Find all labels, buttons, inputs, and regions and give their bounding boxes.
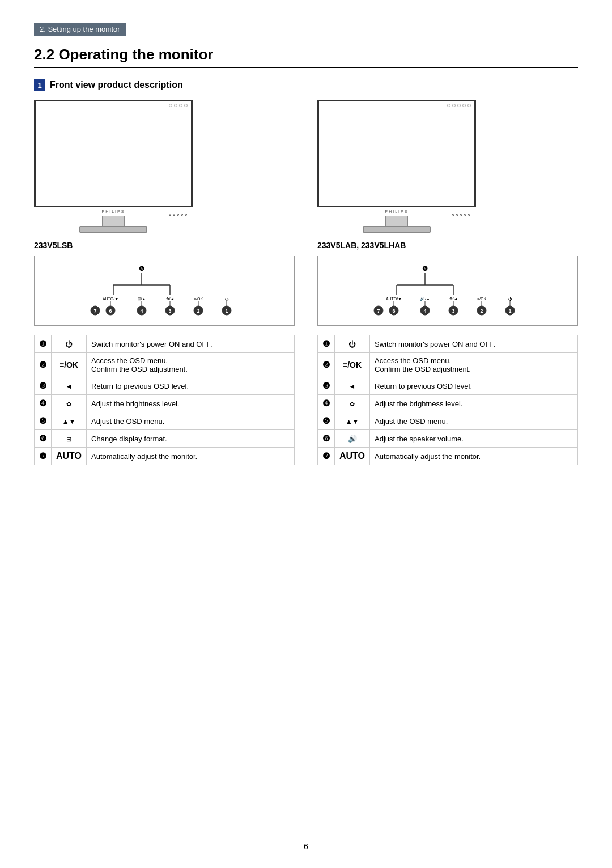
table-row: ❼ AUTO Automatically adjust the monitor.: [35, 448, 295, 465]
svg-text:≡/OK: ≡/OK: [477, 297, 486, 301]
svg-text:❺: ❺: [422, 265, 428, 272]
row-num: ❺: [35, 412, 52, 430]
diagram-svg-left: ❺ AUTO/▼ ⊞/▲ ✿/◄ ≡/OK ⏻: [41, 265, 287, 316]
monitor-screen-right: [317, 100, 476, 207]
svg-text:AUTO/▼: AUTO/▼: [386, 297, 402, 301]
svg-text:3: 3: [168, 308, 171, 314]
table-row: ❹ ✿ Adjust the brightness level.: [35, 395, 295, 412]
right-column: PHILIPS 233V5LAB, 233V5LHAB: [317, 100, 578, 465]
row-desc: Switch monitor's power ON and OFF.: [87, 335, 295, 353]
row-desc: Automatically adjust the monitor.: [370, 448, 578, 465]
row-num: ❹: [35, 395, 52, 412]
row-icon: ⊞: [52, 430, 87, 448]
table-row: ❸ ◄ Return to previous OSD level.: [35, 377, 295, 395]
monitor-neck-left: [102, 216, 125, 226]
subsection-number: 1: [34, 79, 45, 91]
row-icon: ▲▼: [52, 412, 87, 430]
row-icon: AUTO: [335, 448, 370, 465]
svg-text:4: 4: [140, 308, 143, 314]
section-title: 2.2 Operating the monitor: [34, 46, 578, 68]
model-name-right: 233V5LAB, 233V5LHAB: [317, 241, 578, 250]
two-col-layout: PHILIPS 233V5LSB: [34, 100, 578, 465]
page-container: 2. Setting up the monitor 2.2 Operating …: [0, 0, 612, 868]
brand-left: PHILIPS: [34, 210, 193, 214]
svg-text:2: 2: [197, 308, 199, 314]
svg-text:1: 1: [508, 308, 511, 314]
diagram-svg-right: ❺ AUTO/▼ 🔊/▲ ✿/◄ ≡/OK ⏻: [325, 265, 571, 316]
row-desc: Return to previous OSD level.: [370, 377, 578, 395]
svg-text:6: 6: [392, 308, 395, 314]
row-desc: Adjust the OSD menu.: [87, 412, 295, 430]
row-desc: Adjust the brightness level.: [370, 395, 578, 412]
monitor-neck-right: [385, 216, 408, 226]
row-desc: Adjust the speaker volume.: [370, 430, 578, 448]
row-icon: ◄: [335, 377, 370, 395]
table-row: ❷ ≡/OK Access the OSD menu.Confirm the O…: [35, 353, 295, 377]
subsection-text: Front view product description: [50, 80, 183, 90]
row-num: ❼: [35, 448, 52, 465]
desc-table-right: ❶ ⏻ Switch monitor's power ON and OFF. ❷…: [317, 335, 578, 465]
row-icon: 🔊: [335, 430, 370, 448]
svg-text:7: 7: [377, 308, 380, 314]
table-row: ❸ ◄ Return to previous OSD level.: [318, 377, 578, 395]
brand-right: PHILIPS: [317, 210, 476, 214]
table-row: ❹ ✿ Adjust the brightness level.: [318, 395, 578, 412]
model-name-left: 233V5LSB: [34, 241, 295, 250]
svg-text:4: 4: [423, 308, 426, 314]
row-num: ❶: [318, 335, 335, 353]
svg-text:AUTO/▼: AUTO/▼: [103, 297, 118, 301]
breadcrumb: 2. Setting up the monitor: [34, 23, 126, 36]
row-icon: ≡/OK: [52, 353, 87, 377]
table-row: ❻ 🔊 Adjust the speaker volume.: [318, 430, 578, 448]
table-row: ❻ ⊞ Change display format.: [35, 430, 295, 448]
row-num: ❺: [318, 412, 335, 430]
row-desc: Access the OSD menu.Confirm the OSD adju…: [87, 353, 295, 377]
row-desc: Adjust the OSD menu.: [370, 412, 578, 430]
subsection-label: 1 Front view product description: [34, 79, 578, 91]
row-num: ❸: [35, 377, 52, 395]
row-icon: AUTO: [52, 448, 87, 465]
row-icon: ▲▼: [335, 412, 370, 430]
monitor-screen-left: [34, 100, 193, 207]
svg-text:≡/OK: ≡/OK: [194, 297, 203, 301]
table-row: ❶ ⏻ Switch monitor's power ON and OFF.: [35, 335, 295, 353]
row-num: ❹: [318, 395, 335, 412]
row-desc: Return to previous OSD level.: [87, 377, 295, 395]
row-desc: Adjust the brightness level.: [87, 395, 295, 412]
row-icon: ⏻: [335, 335, 370, 353]
row-icon: ✿: [52, 395, 87, 412]
svg-text:🔊/▲: 🔊/▲: [420, 296, 430, 301]
svg-text:3: 3: [452, 308, 454, 314]
row-num: ❻: [318, 430, 335, 448]
table-row: ❺ ▲▼ Adjust the OSD menu.: [318, 412, 578, 430]
svg-text:⏻: ⏻: [225, 297, 229, 301]
left-column: PHILIPS 233V5LSB: [34, 100, 295, 465]
table-row: ❺ ▲▼ Adjust the OSD menu.: [35, 412, 295, 430]
svg-text:✿/◄: ✿/◄: [166, 297, 175, 301]
row-desc: Change display format.: [87, 430, 295, 448]
row-num: ❻: [35, 430, 52, 448]
svg-text:6: 6: [109, 308, 112, 314]
row-icon: ≡/OK: [335, 353, 370, 377]
svg-text:❺: ❺: [139, 265, 144, 272]
monitor-foot-right: [363, 226, 431, 233]
row-icon: ◄: [52, 377, 87, 395]
svg-text:7: 7: [94, 308, 96, 314]
table-row: ❼ AUTO Automatically adjust the monitor.: [318, 448, 578, 465]
row-icon: ✿: [335, 395, 370, 412]
row-desc: Switch monitor's power ON and OFF.: [370, 335, 578, 353]
monitor-foot-left: [79, 226, 147, 233]
section-number: 2.2: [34, 46, 54, 63]
section-title-text: Operating the monitor: [58, 46, 213, 63]
row-desc: Access the OSD menu.Confirm the OSD adju…: [370, 353, 578, 377]
row-icon: ⏻: [52, 335, 87, 353]
page-number: 6: [304, 842, 308, 851]
row-num: ❼: [318, 448, 335, 465]
svg-text:⊞/▲: ⊞/▲: [138, 297, 146, 301]
table-row: ❷ ≡/OK Access the OSD menu.Confirm the O…: [318, 353, 578, 377]
row-desc: Automatically adjust the monitor.: [87, 448, 295, 465]
monitor-illustration-right: PHILIPS: [317, 100, 476, 233]
svg-text:2: 2: [480, 308, 483, 314]
table-row: ❶ ⏻ Switch monitor's power ON and OFF.: [318, 335, 578, 353]
row-num: ❶: [35, 335, 52, 353]
